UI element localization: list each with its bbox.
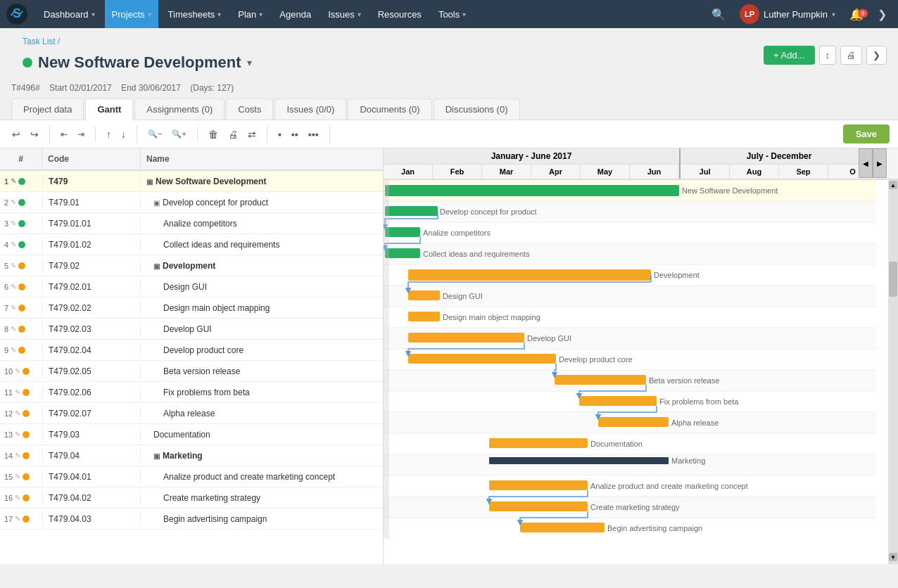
move-up-button[interactable]: ↑ [103,126,115,143]
zoom-in-button[interactable]: 🔍+ [168,127,189,141]
bar-12[interactable] [598,417,669,427]
row-edit-icon[interactable]: ✎ [11,325,16,333]
bar-13[interactable] [489,438,588,448]
row-edit-icon[interactable]: ✎ [11,241,16,248]
row-edit-icon[interactable]: ✎ [15,367,20,375]
view-1-button[interactable]: ▪ [274,126,285,143]
add-button[interactable]: + Add... [764,46,814,65]
row-edit-icon[interactable]: ✎ [15,409,20,417]
bar-11[interactable] [579,396,657,406]
tab-assignments[interactable]: Assignments (0) [134,98,224,120]
chart-scroll-left[interactable]: ◀ [859,148,873,178]
collapse-icon[interactable]: ▣ [146,178,153,186]
nav-issues-label: Issues [328,9,355,20]
row-edit-icon[interactable]: ✎ [15,430,20,438]
bar-9[interactable] [408,354,556,364]
nav-timesheets[interactable]: Timesheets ▾ [161,0,229,28]
move-down-button[interactable]: ↓ [118,126,129,143]
row-code: T479.04.03 [42,511,141,527]
nav-collapse-button[interactable]: ❯ [872,8,892,21]
bar-17[interactable] [520,523,605,532]
scroll-down-arrow[interactable]: ▼ [889,553,897,561]
bar-14[interactable] [489,457,669,464]
bar-label-13: Documentation [590,440,643,448]
row-num: 4 ✎ [0,238,42,252]
row-edit-icon[interactable]: ✎ [11,283,16,290]
bar-3[interactable] [385,227,420,237]
row-edit-icon[interactable]: ✎ [15,494,20,501]
row-status-dot [18,262,25,269]
redo-button[interactable]: ↪ [27,126,42,143]
bar-15[interactable] [489,480,588,490]
row-edit-icon[interactable]: ✎ [11,177,16,185]
row-edit-icon[interactable]: ✎ [11,262,16,269]
nav-issues[interactable]: Issues ▾ [321,0,368,28]
app-logo[interactable]: S [6,3,28,25]
tab-gantt[interactable]: Gantt [85,98,133,120]
nav-user-menu[interactable]: LP Luther Pumpkin ▾ [734,4,841,24]
zoom-out-button[interactable]: 🔍− [144,127,165,141]
row-edit-icon[interactable]: ✎ [15,473,20,480]
breadcrumb-link[interactable]: Task List / [23,37,60,46]
view-2-button[interactable]: ▪▪ [288,126,302,143]
bar-16[interactable] [489,501,588,511]
row-num: 6 ✎ [0,280,42,294]
nav-plan[interactable]: Plan ▾ [231,0,270,28]
row-edit-icon[interactable]: ✎ [11,304,16,312]
drag-handle-left[interactable] [384,180,389,539]
undo-button[interactable]: ↩ [8,126,24,143]
row-edit-icon[interactable]: ✎ [15,515,20,523]
print-gantt-button[interactable]: 🖨 [224,126,241,143]
sort-button[interactable]: ↕ [819,46,837,65]
nav-search-button[interactable]: 🔍 [706,8,731,21]
bar-label-2: Develop concept for product [440,207,537,216]
indent-left-button[interactable]: ⇤ [57,127,71,142]
bar-6[interactable] [408,290,440,300]
tab-costs[interactable]: Costs [226,98,273,120]
row-name: Analize product and create marketing con… [141,469,383,485]
collapse-icon[interactable]: ▣ [153,199,160,207]
row-edit-icon[interactable]: ✎ [11,198,16,206]
collapse-icon[interactable]: ▣ [153,262,160,270]
tab-issues[interactable]: Issues (0/0) [274,98,346,120]
vertical-scrollbar[interactable]: ▲ ▼ [888,178,898,564]
print-button[interactable]: 🖨 [840,46,862,65]
tab-documents[interactable]: Documents (0) [348,98,431,120]
month-may: May [581,165,630,179]
chart-scroll-right[interactable]: ▶ [873,148,887,178]
row-edit-icon[interactable]: ✎ [11,219,16,227]
nav-agenda[interactable]: Agenda [272,0,318,28]
scroll-track[interactable] [889,189,897,553]
nav-dashboard[interactable]: Dashboard ▾ [37,0,102,28]
row-edit-icon[interactable]: ✎ [11,346,16,354]
nav-tools[interactable]: Tools ▾ [431,0,473,28]
tab-discussions[interactable]: Discussions (0) [434,98,520,120]
row-name: Develop product core [141,343,383,358]
delete-button[interactable]: 🗑 [205,126,222,143]
nav-timesheets-chevron: ▾ [217,11,221,18]
bar-2[interactable] [385,206,438,216]
row-edit-icon[interactable]: ✎ [15,452,20,459]
bar-8[interactable] [408,333,524,343]
bar-5[interactable] [408,269,651,281]
notification-badge: 9 [858,9,868,18]
row-edit-icon[interactable]: ✎ [15,388,20,396]
bar-7[interactable] [408,312,440,321]
collapse-icon[interactable]: ▣ [153,452,160,460]
nav-resources[interactable]: Resources [371,0,429,28]
bar-10[interactable] [555,375,646,385]
indent-right-button[interactable]: ⇥ [74,127,88,142]
tab-project-data[interactable]: Project data [11,98,84,120]
save-button[interactable]: Save [843,124,890,143]
scroll-thumb[interactable] [889,262,897,297]
row-name: Create marketing strategy [141,490,383,506]
link-button[interactable]: ⇄ [244,126,260,143]
nav-projects[interactable]: Projects ▾ [105,0,158,28]
view-3-button[interactable]: ▪▪▪ [305,126,322,143]
scroll-up-arrow[interactable]: ▲ [889,181,897,189]
project-title-dropdown[interactable]: ▾ [247,57,252,68]
notification-bell[interactable]: 🔔 9 [844,8,869,21]
bar-1[interactable] [385,185,679,196]
bar-4[interactable] [385,248,420,258]
collapse-right-button[interactable]: ❯ [866,46,887,65]
